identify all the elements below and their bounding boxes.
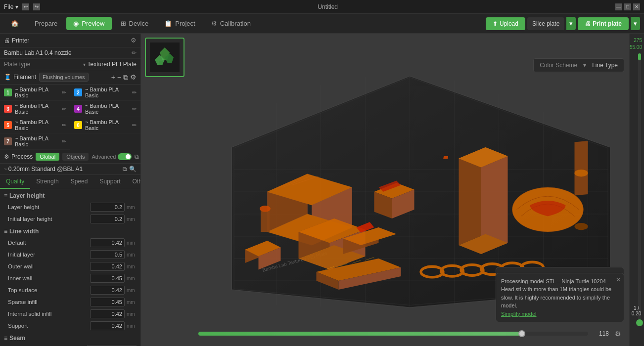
printer-name: Bambu Lab A1 0.4 nozzle — [4, 49, 72, 56]
viewport: Color Scheme ▾ Line Type — [141, 34, 644, 346]
printer-edit-button[interactable]: ✏ — [132, 49, 137, 56]
ruler-handle-bottom[interactable] — [636, 319, 643, 326]
layer-slider[interactable] — [638, 53, 641, 326]
tab-strength[interactable]: Strength — [30, 175, 64, 189]
simplify-model-link[interactable]: Simplify model — [501, 311, 537, 317]
thumbnail-1[interactable] — [145, 38, 184, 77]
filament-edit-2[interactable]: ✏ — [132, 89, 137, 96]
profile-tools: ⧉ 🔍 — [123, 166, 137, 173]
filament-settings-button[interactable]: ⚙ — [130, 73, 137, 81]
filament-edit-3[interactable]: ✏ — [62, 106, 66, 112]
slice-plate-dropdown[interactable]: ▾ — [566, 17, 576, 30]
process-tools: ⧉ ⚙ — [135, 153, 141, 160]
printer-settings-button[interactable]: ⚙ — [131, 37, 137, 44]
filament-remove-button[interactable]: − — [117, 73, 121, 81]
advanced-toggle[interactable] — [118, 153, 132, 160]
filament-edit-7[interactable]: ✏ — [62, 138, 66, 145]
support-unit: mm — [127, 323, 137, 329]
default-input[interactable] — [90, 238, 125, 247]
nav-prepare[interactable]: Prepare — [28, 17, 64, 30]
top-surface-label: Top surface — [8, 287, 37, 293]
support-input[interactable] — [90, 321, 125, 330]
initial-layer-height-value-group: mm — [90, 215, 137, 223]
tab-speed[interactable]: Speed — [65, 175, 94, 189]
flushing-volumes-button[interactable]: Flushing volumes — [39, 73, 89, 82]
filament-edit-5[interactable]: ✏ — [62, 122, 66, 129]
undo-button[interactable]: ↩ — [22, 3, 29, 10]
svg-rect-38 — [443, 156, 448, 159]
close-button[interactable]: ✕ — [633, 3, 640, 10]
inner-wall-input[interactable] — [90, 274, 125, 283]
device-icon: ⊞ — [121, 20, 126, 27]
progress-handle[interactable] — [518, 330, 525, 337]
upload-icon: ⬆ — [493, 20, 498, 27]
initial-layer-height-row: Initial layer height mm — [0, 213, 140, 225]
upload-button[interactable]: ⬆ Upload — [486, 17, 525, 30]
filament-item-6: 6 ~ Bambu PLA Basic ✏ — [70, 117, 140, 133]
tab-support[interactable]: Support — [93, 175, 126, 189]
print-plate-dropdown[interactable]: ▾ — [631, 17, 640, 30]
nav-calibration[interactable]: ⚙ Calibration — [204, 17, 258, 30]
tab-others[interactable]: Others — [126, 175, 141, 189]
ruler-handle-top[interactable] — [638, 53, 641, 60]
initial-layer-input[interactable] — [90, 250, 125, 259]
layer-height-label: Layer height — [8, 204, 39, 210]
slice-plate-button[interactable]: Slice plate — [527, 17, 564, 30]
filament-color-4: 4 — [74, 105, 82, 113]
top-navigation: 🏠 Prepare ◉ Preview ⊞ Device 📋 Project ⚙… — [0, 14, 644, 34]
filament-edit-1[interactable]: ✏ — [62, 89, 66, 96]
nav-project[interactable]: 📋 Project — [157, 17, 202, 30]
seam-position-row: Seam position ▾ Aligned — [0, 344, 140, 346]
print-plate-label: Print plate — [593, 20, 622, 27]
inner-wall-value-group: mm — [90, 274, 137, 283]
info-close-button[interactable]: ✕ — [616, 276, 621, 283]
nav-home[interactable]: 🏠 — [4, 17, 26, 30]
filament-color-5: 5 — [4, 121, 12, 129]
info-notification: Processing model STL – Ninja Turtle 1020… — [496, 273, 624, 323]
filament-edit-4[interactable]: ✏ — [132, 106, 137, 112]
filament-name-1: ~ Bambu PLA Basic — [15, 86, 59, 98]
progress-settings-button[interactable]: ⚙ — [615, 330, 621, 338]
top-surface-input[interactable] — [90, 286, 125, 295]
tab-global-button[interactable]: Global — [36, 153, 59, 161]
filament-color-2: 2 — [74, 88, 82, 96]
calibration-icon: ⚙ — [211, 20, 217, 27]
svg-point-43 — [575, 223, 588, 230]
tab-objects-button[interactable]: Objects — [62, 153, 89, 161]
profile-copy-button[interactable]: ⧉ — [123, 166, 127, 173]
initial-layer-height-label: Initial layer height — [8, 216, 52, 222]
filament-edit-6[interactable]: ✏ — [132, 122, 137, 129]
filament-name-6: ~ Bambu PLA Basic — [85, 119, 129, 131]
minimize-button[interactable]: — — [615, 3, 622, 10]
process-copy-button[interactable]: ⧉ — [135, 153, 139, 160]
profile-search-button[interactable]: 🔍 — [129, 166, 137, 173]
filament-copy-button[interactable]: ⧉ — [123, 73, 128, 82]
slice-plate-label: Slice plate — [532, 20, 559, 27]
filament-add-button[interactable]: + — [111, 73, 115, 81]
progress-bar[interactable] — [198, 332, 588, 336]
maximize-button[interactable]: □ — [624, 3, 631, 10]
printer-section-title: 🖨 Printer — [4, 37, 29, 44]
layer-height-row: Layer height mm — [0, 201, 140, 213]
redo-button[interactable]: ↪ — [33, 3, 40, 10]
nav-preview[interactable]: ◉ Preview — [66, 17, 111, 30]
tab-quality[interactable]: Quality — [0, 175, 30, 189]
internal-solid-infill-input[interactable] — [90, 309, 125, 318]
filament-name-2: ~ Bambu PLA Basic — [85, 86, 129, 98]
outer-wall-input[interactable] — [90, 262, 125, 271]
thumbnail-strip — [145, 38, 184, 77]
sparse-infill-input[interactable] — [90, 298, 125, 306]
nav-device[interactable]: ⊞ Device — [114, 17, 156, 30]
plate-type-value: ▾ Textured PEI Plate — [83, 61, 137, 68]
outer-wall-row: Outer wall mm — [0, 260, 140, 272]
print-plate-button[interactable]: 🖨 Print plate — [578, 17, 629, 30]
plate-type-row: Plate type ▾ Textured PEI Plate — [0, 59, 140, 70]
group-collapse-icon: ≡ — [4, 192, 7, 199]
initial-layer-height-input[interactable] — [90, 215, 125, 223]
app-menu[interactable]: File ▾ — [4, 3, 18, 10]
layer-height-input[interactable] — [90, 203, 125, 212]
support-value-group: mm — [90, 321, 137, 330]
line-width-collapse-icon: ≡ — [4, 228, 7, 235]
filament-item-7: 7 ~ Bambu PLA Basic ✏ — [0, 133, 70, 150]
filament-name-4: ~ Bambu PLA Basic — [85, 103, 129, 115]
